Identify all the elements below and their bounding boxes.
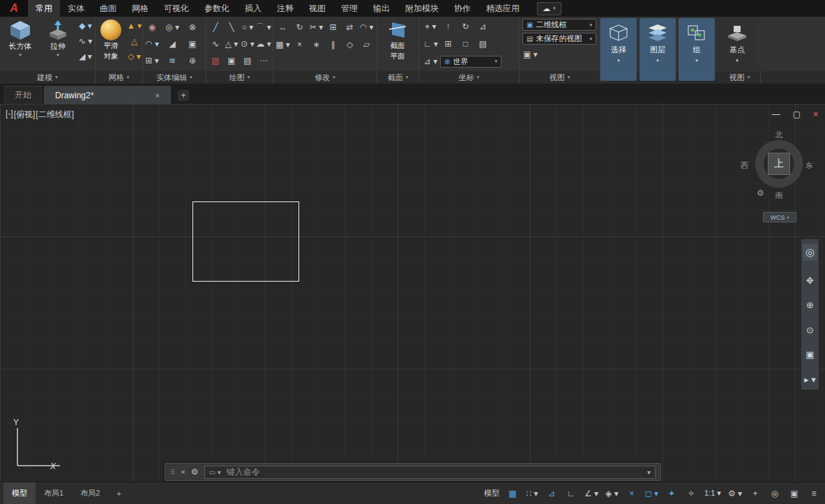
close-window-icon[interactable]: ×	[813, 109, 818, 119]
grid-display-icon[interactable]: ▦	[504, 486, 521, 501]
revolve-icon[interactable]: ◆ ▾	[77, 18, 93, 33]
thicken-icon[interactable]: ≋	[165, 53, 181, 68]
dynamic-input-icon[interactable]: ⊿	[543, 486, 560, 501]
menu-tab-annotate[interactable]: 注释	[269, 0, 301, 17]
circle-icon[interactable]: ○ ▾	[240, 20, 256, 35]
ucs-view-icon[interactable]: □	[457, 36, 474, 52]
panel-label-modeling[interactable]: 建模	[0, 71, 96, 84]
minimize-icon[interactable]: —	[772, 109, 780, 119]
intersect-icon[interactable]: ⊗	[185, 20, 201, 35]
menu-tab-view[interactable]: 视图	[301, 0, 333, 17]
visual-style-dropdown[interactable]: ▣ 二维线框	[522, 19, 596, 31]
shell-icon[interactable]: ▣	[185, 36, 201, 52]
navigation-wheel-icon[interactable]: ◎	[803, 244, 817, 261]
close-icon[interactable]: ×	[156, 91, 160, 100]
file-tab-start[interactable]: 开始	[3, 86, 43, 104]
panel-label-modify[interactable]: 修改	[273, 71, 377, 84]
isodraft-icon[interactable]: ◈ ▾	[603, 486, 621, 501]
extrude-button[interactable]: 拉伸 ▾	[40, 17, 76, 70]
ucs-icon[interactable]: ⌖ ▾	[423, 19, 439, 34]
otrack-icon[interactable]: ×	[623, 486, 640, 501]
spline-icon[interactable]: ∿	[208, 36, 224, 52]
ucs-z-axis-icon[interactable]: ⊞	[440, 36, 456, 52]
menu-tab-surface[interactable]: 曲面	[92, 0, 124, 17]
viewport-config-icon[interactable]: ▣ ▾	[522, 47, 538, 62]
explode-icon[interactable]: ∗	[308, 37, 324, 52]
viewport-minus-button[interactable]: [-]	[6, 109, 13, 121]
rotate-icon[interactable]: ↻	[292, 20, 308, 35]
pan-icon[interactable]: ✥	[806, 275, 814, 286]
customize-plus-icon[interactable]: +	[747, 486, 764, 501]
move-icon[interactable]: ↔	[275, 20, 291, 35]
ucs-world-icon[interactable]: ↑	[440, 19, 456, 34]
smooth-object-button[interactable]: 平滑 对象	[96, 17, 126, 70]
close-command-icon[interactable]: ×	[181, 468, 185, 476]
taper-face-icon[interactable]: ◢	[165, 36, 181, 52]
menu-tab-parametric[interactable]: 参数化	[197, 0, 237, 17]
ellipse-icon[interactable]: ⊙ ▾	[240, 36, 256, 52]
menu-tab-insert[interactable]: 插入	[237, 0, 269, 17]
ucs-face-icon[interactable]: ⊿	[475, 19, 491, 34]
tessellate-icon[interactable]: ▲ ▾	[126, 18, 142, 33]
panel-label-view[interactable]: 视图	[520, 71, 600, 84]
viewcube-north[interactable]: 北	[756, 130, 802, 140]
scale-icon[interactable]: ◇	[342, 37, 358, 52]
drawn-rectangle[interactable]	[192, 201, 299, 282]
interfere-icon[interactable]: ⊕	[185, 53, 201, 68]
stretch-icon[interactable]: ▱	[358, 37, 374, 52]
menu-tab-collaborate[interactable]: 协作	[446, 0, 478, 17]
revision-cloud-icon[interactable]: ☁ ▾	[256, 36, 272, 52]
viewcube-west[interactable]: 西	[741, 160, 748, 171]
panel-label-coordinates[interactable]: 坐标	[419, 71, 520, 84]
viewport-view-button[interactable]: [俯视]	[14, 109, 36, 121]
layout-tab-1[interactable]: 布局1	[36, 482, 72, 504]
menu-tab-solid[interactable]: 实体	[60, 0, 92, 17]
menu-tab-home[interactable]: 常用	[28, 0, 60, 17]
file-tab-drawing2[interactable]: Drawing2* ×	[44, 86, 171, 104]
fillet-icon[interactable]: ◠ ▾	[358, 20, 374, 35]
showmotion-icon[interactable]: ▣	[805, 349, 814, 360]
viewcube-settings-icon[interactable]: ⚙	[757, 188, 764, 198]
app-logo-icon[interactable]: A	[0, 0, 28, 17]
arc-icon[interactable]: ⌒ ▾	[256, 20, 272, 35]
base-point-button[interactable]: 基点	[719, 18, 755, 70]
trim-icon[interactable]: ✂ ▾	[308, 20, 324, 35]
panel-label-section[interactable]: 截面	[377, 71, 419, 84]
fillet-edge-icon[interactable]: ◠ ▾	[144, 36, 160, 52]
command-input[interactable]: ▭ ▾ 键入命令 ▾	[204, 466, 656, 479]
workspace-gear-icon[interactable]: ⚙ ▾	[726, 486, 744, 501]
ucs-previous-icon[interactable]: ↻	[457, 19, 474, 34]
model-space-toggle[interactable]: 模型	[482, 486, 501, 501]
ucs-show-icon[interactable]: ⊿ ▾	[423, 54, 439, 69]
viewport-style-button[interactable]: [二维线框]	[36, 109, 74, 121]
menu-tab-addins[interactable]: 附加模块	[398, 0, 446, 17]
wcs-dropdown[interactable]: WCS	[763, 212, 796, 222]
named-view-dropdown[interactable]: ▤ 未保存的视图	[522, 33, 596, 45]
polyline-icon[interactable]: ╱	[208, 20, 224, 35]
new-layout-button[interactable]: +	[108, 482, 129, 504]
selection-panel-button[interactable]: 选择	[600, 18, 637, 81]
recent-commands-icon[interactable]: ▾	[647, 468, 651, 476]
copy-icon[interactable]: ⊞	[325, 20, 341, 35]
union-icon[interactable]: ◉	[144, 20, 160, 35]
layout-tab-2[interactable]: 布局2	[72, 482, 108, 504]
boundary-icon[interactable]: ▣	[224, 53, 240, 68]
sweep-icon[interactable]: ∿ ▾	[77, 33, 93, 49]
viewcube-top-face[interactable]: 上	[768, 153, 790, 175]
hatch-icon[interactable]: ▨	[208, 53, 224, 68]
layers-panel-button[interactable]: 图层	[639, 18, 676, 81]
annotation-scale-dropdown[interactable]: 1:1 ▾	[702, 486, 723, 501]
section-plane-button[interactable]: 截面 平面	[379, 17, 416, 70]
ortho-icon[interactable]: ∟	[563, 486, 580, 501]
annotation-visibility-icon[interactable]: ✦	[663, 486, 680, 501]
menu-tab-featured-apps[interactable]: 精选应用	[478, 0, 527, 17]
customize-wrench-icon[interactable]: ⚙	[191, 467, 199, 477]
mirror-icon[interactable]: ⇄	[342, 20, 358, 35]
hamburger-menu-icon[interactable]: ≡	[805, 486, 822, 501]
ucs-named-icon[interactable]: ▤	[475, 36, 491, 52]
cloud-connect-button[interactable]: ☁ ▾	[537, 2, 561, 15]
ucs-origin-icon[interactable]: ∟ ▾	[423, 36, 439, 52]
command-prompt-icon[interactable]: ▭ ▾	[209, 468, 221, 476]
autoscale-icon[interactable]: ✧	[683, 486, 699, 501]
panel-label-solid-editing[interactable]: 实体编辑	[143, 71, 206, 84]
